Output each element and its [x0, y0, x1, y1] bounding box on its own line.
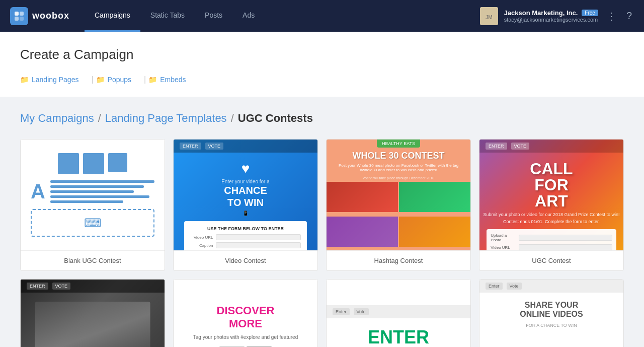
template-label-hashtag-contest: Hashtag Contest — [327, 250, 470, 270]
template-preview-hashtag-contest: HEALTHY EATS WHOLE 30 CONTEST Post your … — [327, 140, 470, 250]
logo[interactable]: woobox — [10, 7, 69, 25]
nav-ads[interactable]: Ads — [232, 0, 265, 32]
template-share-videos[interactable]: Enter Vote SHARE YOURONLINE VIDEOS FOR A… — [479, 279, 624, 347]
template-label-ugc-contest: UGC Contest — [479, 250, 623, 270]
breadcrumb-sep-1: / — [98, 112, 101, 125]
breadcrumb-sep-2: / — [231, 112, 234, 125]
svg-rect-0 — [15, 12, 19, 16]
company-info: Jackson Marketing, Inc. Free stacy@jacks… — [504, 9, 598, 23]
breadcrumb-my-campaigns[interactable]: My Campaigns — [20, 112, 94, 125]
nav-links: Campaigns Static Tabs Posts Ads — [85, 0, 265, 32]
template-preview-video-contest: ENTER VOTE ♥ Enter your video for a CHAN… — [174, 140, 317, 250]
folder-icon-2: 📁 — [96, 76, 105, 84]
main-section: My Campaigns / Landing Page Templates / … — [0, 97, 644, 347]
template-preview-ugc-contest: ENTER VOTE CALLFORART Submit your photo … — [479, 140, 623, 250]
navbar: woobox Campaigns Static Tabs Posts Ads J… — [0, 0, 644, 32]
blank-square-2 — [83, 153, 104, 174]
svg-text:JM: JM — [486, 15, 492, 20]
template-enter-win[interactable]: Enter Vote ENTERTO WIN — [326, 279, 471, 347]
blank-square-1 — [58, 153, 79, 174]
breadcrumb: My Campaigns / Landing Page Templates / … — [20, 112, 624, 125]
template-discover-more[interactable]: DISCOVERMORE Tag your photos with #explo… — [173, 279, 318, 347]
template-preview-blank-ugc: A ⌨ — [21, 140, 165, 250]
company-name: Jackson Marketing, Inc. Free — [504, 9, 598, 17]
upload-box: ⌨ — [31, 209, 154, 237]
svg-rect-3 — [20, 17, 24, 21]
tab-filters: 📁 Landing Pages | 📁 Popups | 📁 Embeds — [20, 73, 624, 87]
breadcrumb-current: UGC Contests — [238, 112, 313, 125]
template-blank-ugc[interactable]: A ⌨ Blank UGC Contest — [20, 139, 165, 271]
template-grid-row2: ENTER VOTE ⭐ Win cash and prizes for you… — [20, 279, 624, 347]
page-title: Create a Campaign — [20, 47, 624, 62]
template-car-contest[interactable]: ENTER VOTE ⭐ Win cash and prizes for you… — [20, 279, 165, 347]
filter-popups[interactable]: 📁 Popups — [96, 73, 141, 87]
template-preview-share: Enter Vote SHARE YOURONLINE VIDEOS FOR A… — [479, 280, 623, 347]
template-video-contest[interactable]: ENTER VOTE ♥ Enter your video for a CHAN… — [173, 139, 318, 271]
nav-campaigns[interactable]: Campaigns — [85, 0, 140, 32]
filter-landing-pages[interactable]: 📁 Landing Pages — [20, 73, 89, 87]
more-menu-button[interactable]: ⋮ — [604, 8, 618, 24]
company-email: stacy@jacksonmarketingservices.com — [504, 17, 598, 23]
folder-icon-3: 📁 — [148, 76, 157, 84]
content-header: Create a Campaign 📁 Landing Pages | 📁 Po… — [0, 32, 644, 97]
template-preview-enter: Enter Vote ENTERTO WIN — [327, 280, 470, 347]
logo-text: woobox — [32, 11, 69, 21]
template-label-video-contest: Video Contest — [174, 250, 317, 270]
svg-rect-2 — [15, 17, 19, 21]
navbar-right: JM Jackson Marketing, Inc. Free stacy@ja… — [480, 7, 634, 25]
hand-icon: ⌨ — [84, 216, 102, 230]
template-grid: A ⌨ Blank UGC Contest — [20, 139, 624, 271]
avatar: JM — [480, 7, 498, 25]
template-preview-car: ENTER VOTE ⭐ Win cash and prizes for you… — [21, 280, 165, 347]
template-hashtag-contest[interactable]: HEALTHY EATS WHOLE 30 CONTEST Post your … — [326, 139, 471, 271]
filter-embeds[interactable]: 📁 Embeds — [148, 73, 196, 87]
folder-icon: 📁 — [20, 76, 29, 84]
logo-icon — [10, 7, 28, 25]
template-ugc-contest[interactable]: ENTER VOTE CALLFORART Submit your photo … — [479, 139, 624, 271]
breadcrumb-landing-page-templates[interactable]: Landing Page Templates — [105, 112, 227, 125]
help-button[interactable]: ? — [624, 8, 634, 24]
nav-posts[interactable]: Posts — [195, 0, 232, 32]
template-label-blank-ugc: Blank UGC Contest — [21, 250, 165, 270]
template-preview-discover: DISCOVERMORE Tag your photos with #explo… — [174, 280, 317, 347]
blank-square-3 — [108, 153, 127, 172]
svg-rect-1 — [20, 12, 24, 16]
nav-static-tabs[interactable]: Static Tabs — [140, 0, 195, 32]
big-a-icon: A — [31, 180, 45, 203]
free-badge: Free — [582, 10, 598, 16]
